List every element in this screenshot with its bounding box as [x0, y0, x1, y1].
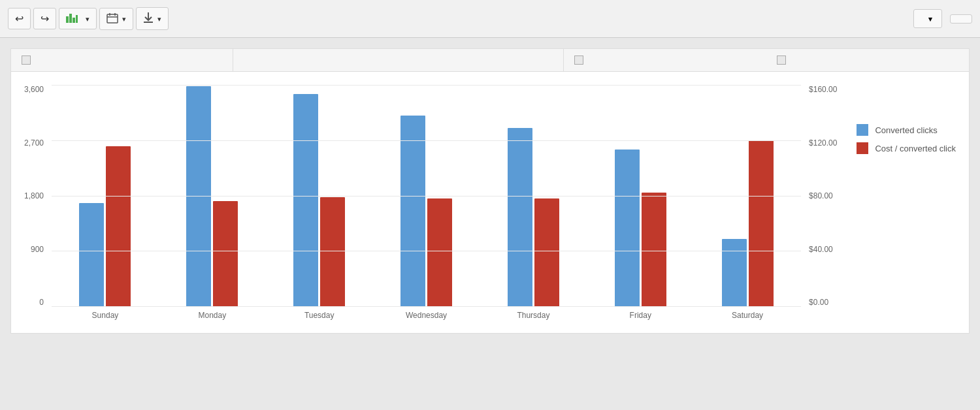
- legend-item: Cost / converted click: [857, 142, 956, 154]
- download-chevron-icon: [157, 14, 161, 24]
- legend-item: Converted clicks: [857, 124, 956, 136]
- bar-group: [373, 116, 480, 307]
- chart-type-button[interactable]: [59, 8, 97, 29]
- y-axis-right-label: $80.00: [809, 191, 837, 200]
- x-axis-label: Thursday: [480, 311, 587, 320]
- svg-rect-1: [69, 14, 72, 23]
- svg-rect-0: [66, 16, 69, 23]
- col-icon-1: [22, 55, 31, 65]
- calendar-chevron-icon: [122, 14, 126, 24]
- legend-color-box: [857, 142, 868, 154]
- bar-cost-converted-click: [320, 197, 345, 307]
- bar-cost-converted-click: [749, 140, 774, 307]
- undo-button[interactable]: [8, 8, 31, 29]
- x-axis-label: Sunday: [52, 311, 159, 320]
- y-axis-right-label: $40.00: [809, 245, 837, 254]
- bar-converted-clicks: [400, 116, 425, 307]
- chart-body: SundayMondayTuesdayWednesdayThursdayFrid…: [52, 85, 801, 320]
- bar-converted-clicks: [293, 94, 318, 307]
- y-axis-left-label: 2,700: [24, 138, 44, 148]
- download-button[interactable]: [136, 7, 169, 30]
- bar-cost-converted-click: [534, 198, 559, 307]
- bar-cost-converted-click: [427, 198, 452, 307]
- svg-rect-2: [73, 18, 75, 23]
- y-axis-left-label: 0: [24, 298, 44, 307]
- bar-group: [480, 128, 587, 307]
- x-axis-label: Tuesday: [266, 311, 373, 320]
- grid-line: [52, 85, 801, 86]
- chart-container: 09001,8002,7003,600 SundayMondayTuesdayW…: [10, 71, 970, 334]
- bar-converted-clicks: [186, 86, 211, 307]
- x-axis-label: Saturday: [694, 311, 801, 320]
- legend-label: Converted clicks: [875, 125, 937, 135]
- x-axis-label: Wednesday: [373, 311, 480, 320]
- svg-rect-3: [76, 15, 78, 23]
- y-axis-left-label: 1,800: [24, 191, 44, 200]
- bar-group: [159, 86, 266, 307]
- date-range-button[interactable]: [913, 9, 942, 28]
- bar-converted-clicks: [79, 203, 104, 307]
- bar-group: [52, 146, 159, 307]
- legend: Converted clicksCost / converted click: [857, 85, 956, 154]
- y-axis-left-label: 3,600: [24, 85, 44, 94]
- undo-icon: [15, 12, 24, 25]
- main-content: 09001,8002,7003,600 SundayMondayTuesdayW…: [0, 38, 980, 344]
- col-day-of-week: [11, 49, 233, 71]
- bar-group: [587, 150, 694, 307]
- date-range-chevron-icon: [928, 14, 932, 24]
- bar-converted-clicks: [722, 239, 747, 307]
- bar-converted-clicks: [508, 128, 532, 307]
- bar-cost-converted-click: [213, 201, 238, 307]
- svg-rect-4: [107, 14, 118, 23]
- y-axis-right-label: $160.00: [809, 85, 837, 94]
- col-icon-3: [574, 55, 583, 65]
- legend-color-box: [857, 124, 868, 136]
- y-axis-right-label: $120.00: [809, 138, 837, 148]
- table-header: [10, 48, 970, 71]
- bar-group: [694, 140, 801, 307]
- toolbar: [0, 0, 980, 38]
- redo-button[interactable]: [33, 8, 56, 29]
- bar-chart-icon: [66, 12, 78, 25]
- y-axis-left: 09001,8002,7003,600: [24, 85, 52, 307]
- bar-group: [266, 94, 373, 307]
- col-cost-converted-click: [766, 49, 969, 71]
- x-axis: SundayMondayTuesdayWednesdayThursdayFrid…: [52, 311, 801, 320]
- calendar-icon: [106, 12, 118, 25]
- y-axis-left-label: 900: [24, 245, 44, 254]
- y-axis-right-label: $0.00: [809, 298, 837, 307]
- bar-converted-clicks: [615, 150, 640, 307]
- y-axis-right: $0.00$40.00$80.00$120.00$160.00: [801, 85, 837, 307]
- col-empty: [233, 49, 564, 71]
- x-axis-label: Friday: [587, 311, 694, 320]
- x-axis-label: Monday: [159, 311, 266, 320]
- redo-icon: [41, 12, 49, 25]
- col-converted-clicks: [564, 49, 766, 71]
- bars-wrapper: [52, 85, 801, 307]
- reset-button[interactable]: [950, 14, 972, 24]
- bar-cost-converted-click: [106, 146, 131, 307]
- col-icon-4: [777, 55, 786, 65]
- legend-label: Cost / converted click: [875, 144, 956, 153]
- download-icon: [143, 12, 154, 25]
- bar-cost-converted-click: [642, 193, 666, 307]
- chart-type-chevron-icon: [86, 14, 90, 24]
- calendar-button[interactable]: [99, 8, 133, 30]
